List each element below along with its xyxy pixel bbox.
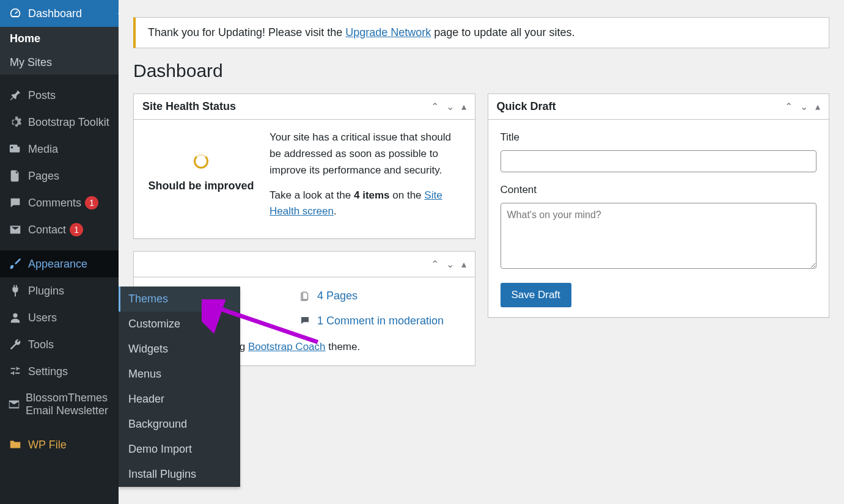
- sidebar-item-settings[interactable]: Settings: [0, 358, 119, 385]
- sidebar-label: Tools: [28, 338, 54, 351]
- sidebar-item-users[interactable]: Users: [0, 304, 119, 331]
- flyout-install-plugins[interactable]: Install Plugins: [119, 462, 240, 487]
- sidebar-item-appearance[interactable]: Appearance: [0, 250, 119, 277]
- upgrade-network-link[interactable]: Upgrade Network: [345, 26, 431, 38]
- sidebar-item-blossom[interactable]: BlossomThemes Email Newsletter: [0, 385, 119, 424]
- sidebar-label: Appearance: [28, 258, 87, 271]
- brush-icon: [7, 257, 23, 271]
- theme-link[interactable]: Bootstrap Coach: [248, 341, 326, 352]
- page-icon: [7, 169, 23, 183]
- glance-theme-line: ning Bootstrap Coach theme.: [226, 339, 463, 356]
- content-label: Content: [501, 182, 817, 199]
- pushpin-icon: [7, 89, 23, 102]
- flyout-demo-import[interactable]: Demo Import: [119, 437, 240, 462]
- sidebar-item-tools[interactable]: Tools: [0, 331, 119, 358]
- health-items-line: Take a look at the 4 items on the Site H…: [270, 188, 463, 221]
- sidebar-sub-home[interactable]: Home: [0, 27, 119, 51]
- sidebar-label: Bootstrap Toolkit: [28, 116, 109, 129]
- sidebar-label: WP File: [28, 439, 67, 451]
- sidebar-label: Posts: [28, 89, 56, 102]
- notice-text-pre: Thank you for Updating! Please visit the: [148, 26, 345, 38]
- move-up-icon[interactable]: ⌃: [431, 258, 439, 270]
- sidebar-label: Comments: [28, 197, 81, 210]
- panel-title-health: Site Health Status: [142, 100, 236, 113]
- wrench-icon: [7, 338, 23, 351]
- sidebar-label: Plugins: [28, 285, 64, 298]
- sidebar-item-wpfile[interactable]: WP File: [0, 431, 119, 458]
- glance-comments-text: 1 Comment in moderation: [317, 312, 444, 329]
- health-items-count: 4 items: [354, 189, 390, 201]
- sidebar-label: Pages: [28, 170, 59, 183]
- envelope-icon: [7, 223, 23, 236]
- glance-pages-text: 4 Pages: [317, 287, 358, 304]
- panel-title-glance: [142, 258, 145, 271]
- gear-icon: [7, 115, 23, 129]
- sidebar-item-contact[interactable]: Contact 1: [0, 216, 119, 243]
- health-status-label: Should be improved: [146, 177, 256, 194]
- contact-badge: 1: [70, 223, 83, 236]
- user-icon: [7, 311, 23, 324]
- health-gauge: Should be improved: [146, 130, 256, 228]
- gauge-circle-icon: [194, 154, 208, 169]
- sidebar-label: Settings: [28, 365, 68, 378]
- health-message: Your site has a critical issue that shou…: [270, 130, 463, 179]
- sidebar-label: Media: [28, 143, 58, 156]
- sidebar-item-media[interactable]: Media: [0, 136, 119, 163]
- sidebar-item-plugins[interactable]: Plugins: [0, 277, 119, 304]
- collapse-icon[interactable]: ▴: [815, 101, 820, 112]
- title-label: Title: [501, 130, 817, 146]
- notice-text-post: page to update all your sites.: [431, 26, 574, 38]
- page-icon: [299, 291, 311, 302]
- draft-title-input[interactable]: [501, 150, 817, 172]
- page-title: Dashboard: [133, 60, 829, 81]
- glance-pages-link[interactable]: 4 Pages: [299, 287, 463, 304]
- gauge-icon: [7, 7, 23, 20]
- sidebar-submenu-dashboard: Home My Sites: [0, 27, 119, 75]
- sidebar-sub-my-sites[interactable]: My Sites: [0, 51, 119, 75]
- move-down-icon[interactable]: ⌄: [446, 258, 454, 270]
- quick-draft-panel: Quick Draft ⌃ ⌄ ▴ Title Content Save Dra…: [488, 93, 830, 318]
- sidebar-item-posts[interactable]: Posts: [0, 82, 119, 109]
- sidebar-label: BlossomThemes Email Newsletter: [26, 392, 111, 417]
- plug-icon: [7, 284, 23, 298]
- appearance-flyout: Themes Customize Widgets Menus Header Ba…: [119, 287, 240, 487]
- move-down-icon[interactable]: ⌄: [446, 101, 454, 112]
- glance-comments-link[interactable]: 1 Comment in moderation: [299, 312, 463, 329]
- mail-newsletter-icon: [7, 398, 21, 411]
- save-draft-button[interactable]: Save Draft: [501, 283, 571, 307]
- sidebar-item-dashboard[interactable]: Dashboard: [0, 0, 119, 27]
- flyout-background[interactable]: Background: [119, 412, 240, 437]
- flyout-header[interactable]: Header: [119, 387, 240, 412]
- comments-badge: 1: [85, 196, 98, 210]
- collapse-icon[interactable]: ▴: [461, 258, 466, 270]
- sidebar-item-comments[interactable]: Comments 1: [0, 189, 119, 216]
- sliders-icon: [7, 365, 23, 378]
- sidebar-label: Users: [28, 312, 57, 324]
- folder-icon: [7, 438, 23, 451]
- draft-content-input[interactable]: [501, 203, 817, 269]
- sidebar-label: Dashboard: [28, 7, 82, 20]
- sidebar-item-bootstrap-toolkit[interactable]: Bootstrap Toolkit: [0, 109, 119, 136]
- sidebar-label: Contact: [28, 224, 66, 236]
- admin-sidebar: Dashboard Home My Sites Posts Bootstrap …: [0, 0, 119, 504]
- sidebar-item-pages[interactable]: Pages: [0, 163, 119, 189]
- move-up-icon[interactable]: ⌃: [431, 101, 439, 112]
- move-down-icon[interactable]: ⌄: [800, 101, 808, 112]
- flyout-themes[interactable]: Themes: [119, 287, 240, 312]
- update-notice: Thank you for Updating! Please visit the…: [133, 17, 829, 48]
- flyout-menus[interactable]: Menus: [119, 362, 240, 387]
- comment-icon: [299, 315, 311, 326]
- flyout-customize[interactable]: Customize: [119, 312, 240, 337]
- comment-icon: [7, 196, 23, 210]
- panel-title-quickdraft: Quick Draft: [497, 100, 556, 113]
- media-icon: [7, 142, 23, 156]
- collapse-icon[interactable]: ▴: [461, 101, 466, 112]
- flyout-widgets[interactable]: Widgets: [119, 337, 240, 362]
- move-up-icon[interactable]: ⌃: [785, 101, 793, 112]
- site-health-panel: Site Health Status ⌃ ⌄ ▴ Should be impro…: [133, 93, 475, 239]
